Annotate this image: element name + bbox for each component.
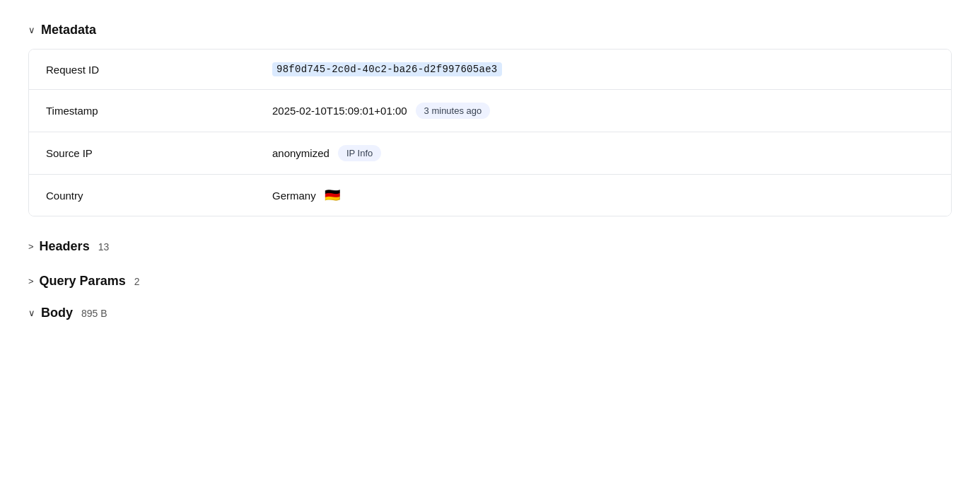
request-id-value-cell: 98f0d745-2c0d-40c2-ba26-d2f997605ae3 <box>272 62 934 76</box>
request-id-value[interactable]: 98f0d745-2c0d-40c2-ba26-d2f997605ae3 <box>272 62 502 76</box>
country-value: Germany <box>272 190 316 202</box>
timestamp-value: 2025-02-10T15:09:01+01:00 <box>272 105 407 117</box>
source-ip-value: anonymized <box>272 147 329 159</box>
headers-count: 13 <box>98 241 110 253</box>
query-params-chevron: > <box>28 276 34 286</box>
country-flag: 🇩🇪 <box>325 187 340 203</box>
headers-header[interactable]: > Headers 13 <box>28 236 952 257</box>
body-title: Body <box>41 306 73 320</box>
query-params-section: > Query Params 2 <box>28 271 952 291</box>
metadata-title: Metadata <box>41 23 96 37</box>
headers-section: > Headers 13 <box>28 236 952 257</box>
table-row: Country Germany 🇩🇪 <box>29 175 951 216</box>
query-params-title: Query Params <box>40 274 126 289</box>
body-section: ∨ Body 895 B <box>28 306 952 320</box>
source-ip-label: Source IP <box>46 147 272 159</box>
table-row: Timestamp 2025-02-10T15:09:01+01:00 3 mi… <box>29 90 951 132</box>
body-size: 895 B <box>81 308 107 319</box>
country-label: Country <box>46 190 272 202</box>
metadata-table: Request ID 98f0d745-2c0d-40c2-ba26-d2f99… <box>28 49 952 216</box>
table-row: Request ID 98f0d745-2c0d-40c2-ba26-d2f99… <box>29 50 951 90</box>
timestamp-label: Timestamp <box>46 105 272 117</box>
ip-info-button[interactable]: IP Info <box>338 145 381 161</box>
timestamp-badge: 3 minutes ago <box>416 103 491 119</box>
query-params-count: 2 <box>134 276 140 287</box>
metadata-section: ∨ Metadata Request ID 98f0d745-2c0d-40c2… <box>28 23 952 216</box>
table-row: Source IP anonymized IP Info <box>29 132 951 175</box>
query-params-header[interactable]: > Query Params 2 <box>28 271 952 291</box>
body-chevron: ∨ <box>28 308 35 318</box>
country-value-cell: Germany 🇩🇪 <box>272 187 934 203</box>
headers-chevron: > <box>28 241 34 252</box>
body-header[interactable]: ∨ Body 895 B <box>28 306 952 320</box>
headers-title: Headers <box>40 239 90 254</box>
metadata-chevron: ∨ <box>28 25 35 35</box>
source-ip-value-cell: anonymized IP Info <box>272 145 934 161</box>
timestamp-value-cell: 2025-02-10T15:09:01+01:00 3 minutes ago <box>272 103 934 119</box>
metadata-header[interactable]: ∨ Metadata <box>28 23 952 37</box>
request-id-label: Request ID <box>46 64 272 76</box>
